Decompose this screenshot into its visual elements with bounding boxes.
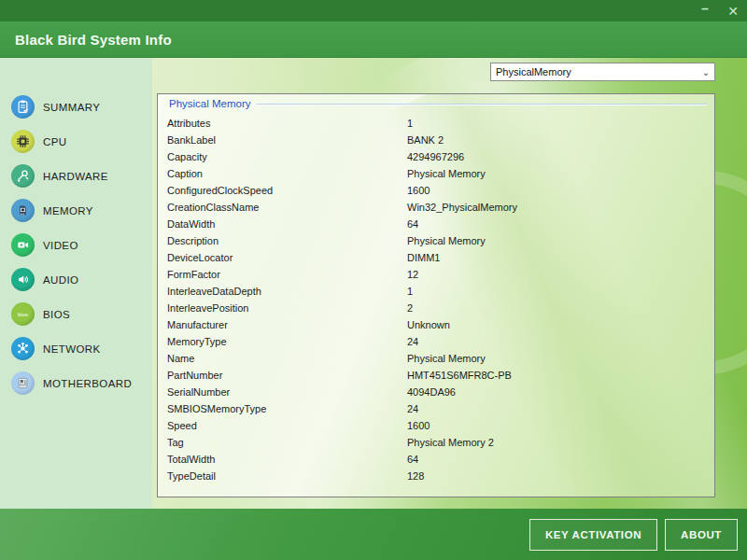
property-name: Attributes (167, 118, 407, 129)
property-value: 4294967296 (407, 151, 707, 162)
sidebar-item[interactable]: AUDIO (0, 262, 152, 297)
app-window: – ✕ Black Bird System Info SUMMARY CPU (0, 0, 747, 560)
property-row: Attributes 1 (167, 115, 707, 132)
property-name: DataWidth (167, 218, 407, 230)
content-area: SUMMARY CPU HARDWARE MEMORY (0, 58, 747, 509)
sidebar-item[interactable]: HARDWARE (0, 159, 152, 193)
property-row: SMBIOSMemoryType 24 (167, 400, 707, 417)
property-name: ConfiguredClockSpeed (167, 185, 407, 196)
property-name: PartNumber (167, 370, 407, 381)
property-value: 24 (407, 403, 707, 414)
app-header: Black Bird System Info (0, 21, 747, 58)
property-row: Manufacturer Unknown (167, 316, 707, 333)
property-name: InterleavePosition (167, 302, 407, 314)
sidebar-item-label: AUDIO (43, 274, 78, 286)
sidebar-item-label: MOTHERBOARD (43, 378, 132, 389)
property-row: InterleavePosition 2 (167, 300, 707, 316)
sidebar-item[interactable]: bios BIOS (0, 297, 152, 331)
sidebar-item-label: VIDEO (43, 240, 78, 251)
property-row: Tag Physical Memory 2 (167, 434, 707, 451)
minimize-button[interactable]: – (691, 0, 719, 21)
property-value: BANK 2 (407, 134, 707, 146)
category-dropdown[interactable]: PhysicalMemory ⌄ (490, 63, 715, 81)
property-name: BankLabel (167, 134, 407, 146)
chevron-down-icon: ⌄ (698, 67, 714, 77)
property-name: TotalWidth (167, 454, 407, 465)
property-row: InterleaveDataDepth 1 (167, 283, 707, 300)
property-name: CreationClassName (167, 202, 407, 213)
property-name: Tag (167, 437, 407, 448)
property-value: 4094DA96 (407, 386, 707, 398)
sidebar-item[interactable]: VIDEO (0, 228, 152, 262)
property-row: TotalWidth 64 (167, 451, 707, 468)
video-camera-icon (11, 233, 35, 257)
property-value: 128 (407, 470, 707, 482)
app-title: Black Bird System Info (0, 32, 172, 48)
property-value: DIMM1 (407, 252, 707, 263)
property-name: FormFactor (167, 269, 407, 280)
property-name: Manufacturer (167, 319, 407, 330)
property-name: SMBIOSMemoryType (167, 403, 407, 414)
close-button[interactable]: ✕ (719, 0, 747, 21)
property-value: Win32_PhysicalMemory (407, 202, 707, 213)
property-value: Physical Memory (407, 168, 707, 179)
property-value: 1 (407, 118, 707, 129)
sidebar-item-label: CPU (43, 136, 66, 147)
property-name: Speed (167, 420, 407, 431)
property-row: CreationClassName Win32_PhysicalMemory (167, 199, 707, 216)
property-value: Physical Memory 2 (407, 437, 707, 448)
groupbox-header: Physical Memory (158, 94, 714, 110)
motherboard-icon (11, 371, 35, 395)
property-value: 64 (407, 454, 707, 465)
property-value: 1600 (407, 185, 707, 196)
svg-text:bios: bios (18, 312, 28, 317)
property-value: Unknown (407, 319, 707, 330)
property-row: DataWidth 64 (167, 216, 707, 232)
property-row: SerialNumber 4094DA96 (167, 384, 707, 400)
property-name: Capacity (167, 151, 407, 162)
groupbox-divider (257, 104, 707, 105)
sidebar-item[interactable]: MEMORY (0, 193, 152, 228)
sidebar-item-label: MEMORY (43, 205, 93, 217)
cpu-chip-icon (11, 130, 35, 153)
ram-card-icon (11, 199, 35, 222)
sidebar-item-label: BIOS (43, 309, 70, 320)
physical-memory-groupbox: Physical Memory Attributes 1 BankLabel B… (157, 93, 715, 497)
sidebar-item-label: NETWORK (43, 343, 101, 355)
footer-bar: KEY ACTIVATION ABOUT (0, 509, 747, 560)
property-name: DeviceLocator (167, 252, 407, 263)
sidebar-item[interactable]: CPU (0, 124, 152, 159)
property-value: Physical Memory (407, 353, 707, 364)
network-nodes-icon (11, 337, 35, 360)
key-activation-button[interactable]: KEY ACTIVATION (529, 519, 657, 551)
property-row: Name Physical Memory (167, 350, 707, 367)
property-name: MemoryType (167, 336, 407, 347)
sidebar-item[interactable]: SUMMARY (0, 90, 152, 124)
sidebar-item[interactable]: MOTHERBOARD (0, 366, 152, 400)
property-row: Speed 1600 (167, 417, 707, 434)
property-row: Capacity 4294967296 (167, 148, 707, 165)
property-value: 24 (407, 336, 707, 347)
sidebar-item[interactable]: NETWORK (0, 331, 152, 366)
property-value: 2 (407, 302, 707, 314)
clipboard-icon (11, 95, 35, 119)
tools-icon (11, 164, 35, 188)
bios-text-icon: bios (11, 302, 35, 326)
property-value: 12 (407, 269, 707, 280)
property-row: FormFactor 12 (167, 266, 707, 283)
property-list: Attributes 1 BankLabel BANK 2 Capacity 4… (158, 110, 714, 484)
property-row: ConfiguredClockSpeed 1600 (167, 182, 707, 199)
property-name: Description (167, 235, 407, 246)
property-name: Caption (167, 168, 407, 179)
category-dropdown-value: PhysicalMemory (491, 66, 698, 77)
property-name: Name (167, 353, 407, 364)
property-name: TypeDetail (167, 470, 407, 482)
speaker-icon (11, 268, 35, 291)
property-row: BankLabel BANK 2 (167, 132, 707, 148)
property-name: InterleaveDataDepth (167, 286, 407, 297)
about-button[interactable]: ABOUT (665, 519, 738, 551)
property-value: HMT451S6MFR8C-PB (407, 370, 707, 381)
property-row: Caption Physical Memory (167, 165, 707, 182)
property-row: DeviceLocator DIMM1 (167, 249, 707, 266)
property-row: Description Physical Memory (167, 232, 707, 249)
